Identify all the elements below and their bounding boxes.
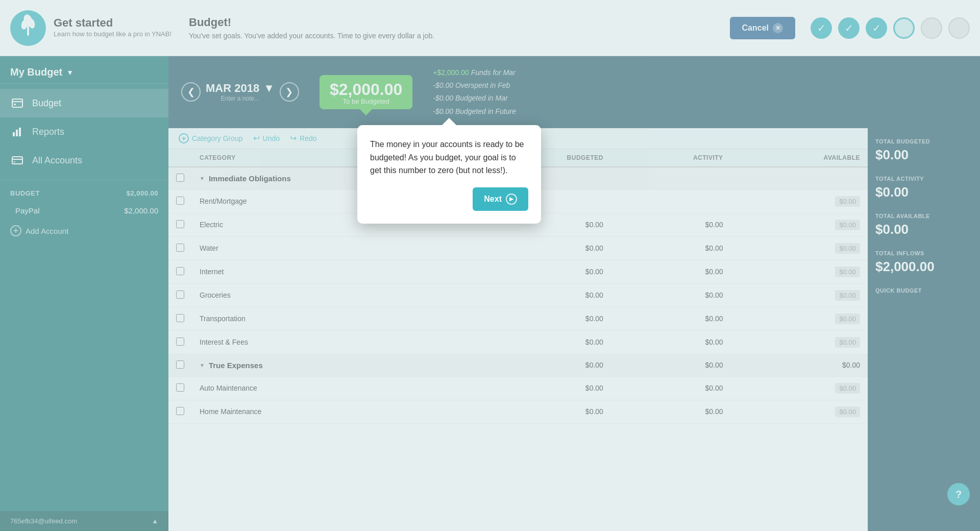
svg-rect-5 [12,99,22,107]
my-budget-title[interactable]: My Budget ▼ [10,66,158,78]
row-checkbox[interactable] [176,383,184,392]
cancel-label: Cancel [742,23,769,33]
redo-icon: ↪ [290,133,297,143]
budget-section-header: BUDGET $2,000.00 [0,184,168,202]
item-available: $0.00 [731,330,868,354]
group-checkbox[interactable] [176,174,184,182]
month-display: MAR 2018 ▼ Enter a note... [206,82,275,102]
table-row: Transportation $0.00 $0.00 $0.00 [168,307,868,330]
budget-header: ❮ MAR 2018 ▼ Enter a note... ❯ $2,000.00… [168,56,980,128]
sidebar-footer: 765efb34@uifeed.com ▲ [0,511,168,531]
total-budgeted-value: $0.00 [875,147,972,163]
group-available [731,167,868,190]
table-row: ▼True Expenses $0.00 $0.00 $0.00 [168,354,868,376]
overspent-feb: -$0.00 Overspent in Feb [433,79,516,92]
banner-description: You've set goals. You've added your acco… [189,32,720,40]
col-check [168,149,192,167]
group-available: $0.00 [731,354,868,376]
row-checkbox[interactable] [176,197,184,205]
col-available: AVAILABLE [731,149,868,167]
row-checkbox[interactable] [176,407,184,415]
svg-rect-4 [27,26,29,36]
total-activity-block: TOTAL ACTIVITY $0.00 [875,176,972,200]
row-checkbox[interactable] [176,291,184,299]
next-button[interactable]: Next ▶ [473,187,528,211]
ynab-logo-icon [10,10,46,46]
all-accounts-nav-icon [10,153,24,167]
item-available: $0.00 [731,189,868,213]
item-budgeted: $0.00 [474,283,611,307]
group-activity [611,167,731,190]
table-row: Interest & Fees $0.00 $0.00 $0.00 [168,330,868,354]
sidebar-item-reports[interactable]: Reports [0,117,168,146]
budget-summary: +$2,000.00 Funds for Mar -$0.00 Overspen… [433,66,516,118]
add-account-label: Add Account [26,227,68,235]
next-month-button[interactable]: ❯ [280,82,299,102]
undo-button[interactable]: ↩ Undo [253,133,280,143]
progress-dot-4 [893,17,915,39]
help-button[interactable]: ? [947,483,970,505]
total-activity-label: TOTAL ACTIVITY [875,176,972,182]
sidebar-item-all-accounts[interactable]: All Accounts [0,146,168,175]
to-be-budgeted-label: To be Budgeted [330,98,402,105]
progress-dot-1: ✓ [811,17,832,39]
add-account-button[interactable]: + Add Account [0,219,79,243]
overspent-value: -$0.00 [433,81,453,89]
row-checkbox[interactable] [176,314,184,322]
table-row: Water $0.00 $0.00 $0.00 [168,236,868,260]
my-budget-label: My Budget [10,66,62,78]
item-activity: $0.00 [611,400,731,423]
right-panel: TOTAL BUDGETED $0.00 TOTAL ACTIVITY $0.0… [868,128,980,531]
row-checkbox[interactable] [176,337,184,346]
row-checkbox[interactable] [176,267,184,275]
redo-button[interactable]: ↪ Redo [290,133,316,143]
total-budgeted-label: TOTAL BUDGETED [875,138,972,144]
budgeted-future: -$0.00 Budgeted in Future [433,105,516,118]
item-budgeted: $0.00 [474,400,611,423]
paypal-account[interactable]: PayPal $2,000.00 [0,202,168,219]
svg-rect-9 [16,130,18,136]
row-checkbox[interactable] [176,220,184,228]
row-checkbox[interactable] [176,244,184,252]
budgeted-future-label: Budgeted in Future [455,107,516,115]
item-activity: $0.00 [611,213,731,236]
note-placeholder: Enter a note... [206,95,275,102]
item-available: $0.00 [731,236,868,260]
month-dropdown-arrow: ▼ [263,82,275,95]
add-group-icon: + [179,133,189,143]
reports-label: Reports [32,127,64,137]
group-name-cell: ▼True Expenses [192,354,474,376]
add-category-group-button[interactable]: + Category Group [179,133,243,143]
item-activity: $0.00 [611,260,731,283]
total-activity-value: $0.00 [875,184,972,200]
item-activity: $0.00 [611,376,731,400]
table-row: Internet $0.00 $0.00 $0.00 [168,260,868,283]
group-activity: $0.00 [611,354,731,376]
svg-rect-10 [19,128,21,136]
item-activity [611,189,731,213]
progress-dot-3: ✓ [866,17,887,39]
total-available-block: TOTAL AVAILABLE $0.00 [875,213,972,237]
prev-month-button[interactable]: ❮ [181,82,201,102]
budget-section-amount: $2,000.00 [127,189,158,197]
budget-accounts-section: BUDGET $2,000.00 PayPal $2,000.00 + Add … [0,180,168,247]
item-budgeted: $0.00 [474,376,611,400]
svg-rect-12 [12,159,22,160]
sidebar-item-budget[interactable]: Budget [0,89,168,117]
budget-nav-icon [10,96,24,110]
main-content: ❮ MAR 2018 ▼ Enter a note... ❯ $2,000.00… [168,56,980,531]
total-available-label: TOTAL AVAILABLE [875,213,972,219]
table-row: Auto Maintenance $0.00 $0.00 $0.00 [168,376,868,400]
month-nav: ❮ MAR 2018 ▼ Enter a note... ❯ [181,82,299,102]
undo-label: Undo [263,134,280,142]
item-name: Groceries [192,283,474,307]
item-name: Auto Maintenance [192,376,474,400]
item-available: $0.00 [731,400,868,423]
cancel-button[interactable]: Cancel ✕ [730,17,795,39]
svg-rect-8 [13,132,15,136]
total-budgeted-block: TOTAL BUDGETED $0.00 [875,138,972,163]
item-activity: $0.00 [611,330,731,354]
to-be-budgeted-amount: $2,000.00 [330,81,402,98]
group-checkbox[interactable] [176,360,184,369]
budgeted-label: Budgeted in Mar [455,94,508,102]
